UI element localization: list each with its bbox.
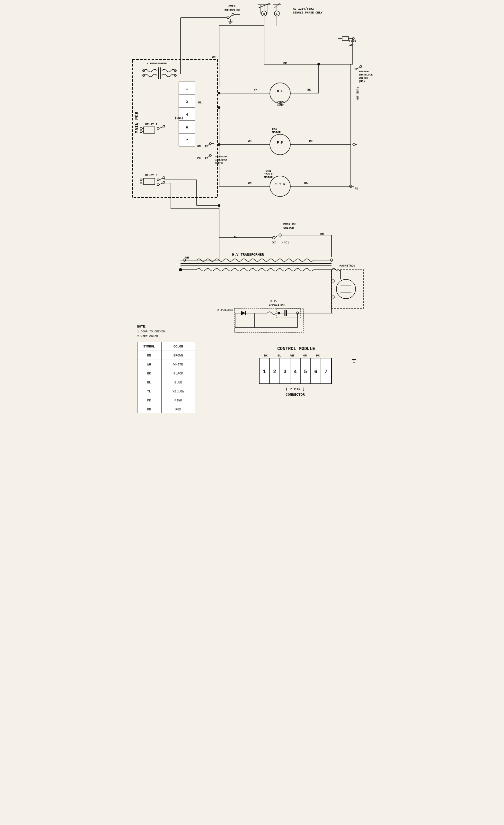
svg-text:1: 1 [263, 369, 266, 375]
svg-point-171 [179, 268, 182, 271]
svg-text:INTERLOCK: INTERLOCK [359, 73, 373, 76]
svg-text:H.V.DIODE: H.V.DIODE [217, 309, 233, 312]
svg-text:PINK: PINK [174, 399, 182, 402]
svg-text:BK: BK [147, 372, 151, 375]
svg-text:CONNECTOR: CONNECTOR [286, 393, 305, 397]
svg-rect-210 [137, 342, 195, 412]
svg-point-107 [218, 92, 220, 94]
svg-text:OVEN: OVEN [228, 5, 235, 8]
svg-text:YL: YL [233, 235, 237, 239]
svg-text:4: 4 [294, 369, 297, 375]
svg-text:MOTOR: MOTOR [264, 176, 273, 179]
svg-text:RD: RD [355, 187, 358, 191]
svg-point-131 [218, 143, 220, 146]
svg-text:WHITE: WHITE [173, 363, 183, 366]
svg-text:SINGLE PHASE ONLY: SINGLE PHASE ONLY [293, 11, 322, 14]
svg-text:PK: PK [197, 157, 201, 160]
svg-text:3: 3 [186, 100, 188, 104]
svg-text:PRIMARY: PRIMARY [359, 70, 370, 73]
svg-text:5: 5 [304, 369, 307, 375]
svg-text:7: 7 [186, 138, 188, 142]
wiring-diagram: OVEN THERMOSTAT N L AC 120V/60Hz SINGLE … [126, 0, 378, 412]
svg-text:YELLOW: YELLOW [172, 390, 184, 393]
svg-text:YL: YL [147, 390, 151, 393]
svg-text:WH: WH [185, 256, 189, 259]
svg-text:RELAY 2: RELAY 2 [145, 174, 157, 177]
svg-text:AC 120V/60Hz: AC 120V/60Hz [293, 7, 314, 11]
svg-text:RD: RD [147, 408, 151, 411]
svg-text:RELAY 1: RELAY 1 [145, 123, 157, 126]
svg-text:MAIN PCB: MAIN PCB [134, 111, 139, 133]
svg-text:7: 7 [325, 369, 328, 375]
svg-text:SWITCH: SWITCH [359, 76, 368, 79]
svg-text:COLOR: COLOR [173, 345, 183, 349]
svg-point-177 [278, 312, 280, 314]
svg-text:PK: PK [316, 354, 319, 358]
svg-text:6: 6 [186, 126, 188, 130]
svg-text:L: L [276, 12, 278, 16]
svg-text:FUSE 154: FUSE 154 [356, 87, 359, 101]
svg-text:RED: RED [175, 408, 181, 411]
svg-text:(NC): (NC) [282, 241, 289, 244]
svg-text:L.V.TRANSFORMER: L.V.TRANSFORMER [144, 62, 167, 65]
svg-text:THERMOSTAT: THERMOSTAT [223, 8, 241, 12]
svg-text:H.V.: H.V. [271, 300, 278, 303]
svg-text:(NO): (NO) [359, 80, 365, 82]
svg-text:CONTROL MODULE: CONTROL MODULE [277, 346, 315, 351]
svg-text:BL: BL [278, 354, 281, 358]
svg-text:MOTOR: MOTOR [272, 131, 281, 134]
svg-text:CAPACITOR: CAPACITOR [269, 303, 285, 307]
svg-text:WH: WH [254, 88, 257, 91]
svg-text:BN: BN [147, 354, 151, 358]
svg-text:4: 4 [186, 113, 188, 117]
svg-text:N: N [263, 12, 265, 16]
svg-text:SWITCH: SWITCH [283, 226, 294, 230]
svg-text:1.DOOR IS OPENED.: 1.DOOR IS OPENED. [137, 330, 167, 333]
svg-text:(C): (C) [272, 241, 277, 244]
svg-text:OVEN: OVEN [277, 100, 284, 104]
svg-text:BL: BL [147, 381, 151, 384]
svg-text:O.L: O.L [277, 89, 283, 93]
svg-text:MONITOR: MONITOR [283, 223, 295, 226]
svg-text:WH: WH [212, 56, 216, 59]
svg-text:NOTE:: NOTE: [137, 325, 147, 328]
svg-text:F.M: F.M [277, 141, 283, 145]
svg-text:TURN: TURN [264, 169, 271, 173]
svg-text:15A: 15A [349, 43, 355, 47]
svg-text:SWITCH: SWITCH [215, 162, 223, 164]
svg-text:BLACK: BLACK [173, 372, 183, 375]
svg-text:BK: BK [264, 354, 268, 358]
svg-point-103 [317, 63, 320, 66]
svg-text:RD: RD [309, 140, 312, 143]
svg-text:BL: BL [198, 101, 202, 104]
svg-text:BK: BK [283, 62, 287, 65]
svg-text:SECONDARY: SECONDARY [215, 155, 228, 158]
svg-text:1: 1 [186, 87, 188, 91]
svg-text:6: 6 [314, 369, 317, 375]
svg-text:BROWN: BROWN [173, 354, 183, 358]
svg-text:3: 3 [283, 369, 287, 375]
svg-text:INTERLOCK: INTERLOCK [215, 159, 228, 161]
svg-text:H.V TRANSFORMER: H.V TRANSFORMER [232, 253, 264, 256]
svg-text:GN: GN [303, 354, 307, 358]
svg-text:TABLE: TABLE [264, 173, 273, 176]
svg-text:BK: BK [307, 88, 311, 91]
svg-point-119 [218, 106, 220, 109]
svg-text:WH: WH [248, 181, 251, 184]
svg-text:(CN1): (CN1) [175, 117, 184, 120]
svg-text:MAGNETRON: MAGNETRON [340, 264, 355, 268]
svg-text:WH: WH [248, 140, 251, 143]
svg-text:WH: WH [147, 363, 151, 366]
svg-text:BLUE: BLUE [174, 381, 182, 384]
svg-text:BN: BN [320, 233, 324, 236]
svg-text:FAN: FAN [272, 128, 277, 131]
svg-text:SYMBOL: SYMBOL [143, 345, 155, 349]
svg-text:PK: PK [147, 399, 151, 402]
svg-text:WH: WH [290, 354, 294, 358]
svg-text:T.T.M: T.T.M [275, 182, 285, 186]
svg-text:GN: GN [197, 145, 201, 148]
svg-text:2.WIRE COLOR.: 2.WIRE COLOR. [137, 335, 160, 338]
svg-text:( 7 PIN ): ( 7 PIN ) [286, 387, 304, 391]
svg-text:BK: BK [304, 181, 308, 184]
svg-point-268 [218, 204, 220, 207]
